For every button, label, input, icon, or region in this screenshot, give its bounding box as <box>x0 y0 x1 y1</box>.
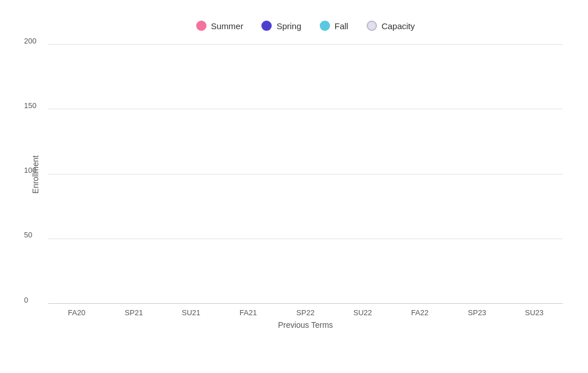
chart-container: SummerSpringFallCapacity Enrollment 2001… <box>8 9 580 364</box>
x-label-sp22: SP22 <box>277 308 334 317</box>
chart-area: Enrollment 200150100500 <box>48 45 563 304</box>
bars-area <box>48 45 563 304</box>
legend-dot-fall <box>320 21 330 31</box>
legend-item-fall: Fall <box>320 21 348 31</box>
chart-legend: SummerSpringFallCapacity <box>48 21 563 31</box>
x-label-su21: SU21 <box>162 308 220 317</box>
legend-label-spring: Spring <box>276 21 301 31</box>
x-axis: FA20SP21SU21FA21SP22SU22FA22SP23SU23 <box>48 308 563 317</box>
x-label-su22: SU22 <box>334 308 391 317</box>
grid-label-50: 50 <box>24 231 32 239</box>
legend-item-summer: Summer <box>196 21 244 31</box>
x-label-fa22: FA22 <box>391 308 448 317</box>
x-label-sp23: SP23 <box>448 308 506 317</box>
y-axis-label: Enrollment <box>31 155 40 193</box>
x-label-sp21: SP21 <box>105 308 162 317</box>
x-label-fa20: FA20 <box>48 308 105 317</box>
legend-dot-summer <box>196 21 206 31</box>
grid-label-150: 150 <box>24 101 37 109</box>
chart-inner: 200150100500 <box>48 45 563 304</box>
grid-label-100: 100 <box>24 166 37 174</box>
grid-label-200: 200 <box>24 36 37 45</box>
legend-label-summer: Summer <box>211 21 244 31</box>
x-axis-title: Previous Terms <box>48 320 563 330</box>
baseline <box>48 303 563 304</box>
x-label-fa21: FA21 <box>220 308 277 317</box>
legend-item-spring: Spring <box>261 21 301 31</box>
grid-label-0: 0 <box>24 295 28 304</box>
x-label-su23: SU23 <box>506 308 563 317</box>
legend-item-capacity: Capacity <box>367 21 415 31</box>
legend-label-fall: Fall <box>335 21 348 31</box>
legend-dot-capacity <box>367 21 377 31</box>
legend-label-capacity: Capacity <box>382 21 415 31</box>
legend-dot-spring <box>261 21 272 31</box>
